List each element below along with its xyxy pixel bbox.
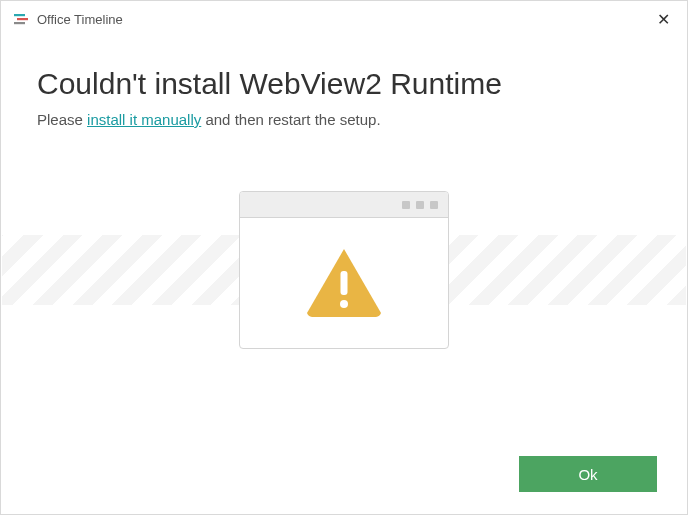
error-heading: Couldn't install WebView2 Runtime — [37, 67, 651, 101]
dialog-window: Office Timeline ✕ Couldn't install WebVi… — [0, 0, 688, 515]
mock-window-illustration — [239, 191, 449, 349]
ok-button[interactable]: Ok — [519, 456, 657, 492]
titlebar: Office Timeline ✕ — [1, 1, 687, 37]
svg-rect-0 — [14, 14, 25, 16]
mock-window-control — [416, 201, 424, 209]
install-manually-link[interactable]: install it manually — [87, 111, 201, 128]
error-subtext: Please install it manually and then rest… — [37, 111, 651, 128]
svg-rect-3 — [341, 271, 348, 295]
app-title: Office Timeline — [37, 12, 123, 27]
content-area: Couldn't install WebView2 Runtime Please… — [1, 37, 687, 128]
footer: Ok — [519, 456, 657, 492]
mock-titlebar — [240, 192, 448, 218]
svg-rect-1 — [17, 18, 28, 20]
svg-point-4 — [340, 300, 348, 308]
mock-window-control — [402, 201, 410, 209]
subtext-prefix: Please — [37, 111, 87, 128]
subtext-suffix: and then restart the setup. — [201, 111, 380, 128]
warning-triangle-icon — [304, 247, 384, 319]
mock-window-control — [430, 201, 438, 209]
close-icon: ✕ — [657, 10, 670, 29]
mock-body — [240, 218, 448, 348]
title-left: Office Timeline — [13, 11, 123, 27]
svg-rect-2 — [14, 22, 25, 24]
close-button[interactable]: ✕ — [651, 7, 675, 31]
illustration-zone — [1, 191, 687, 349]
app-logo-icon — [13, 11, 29, 27]
